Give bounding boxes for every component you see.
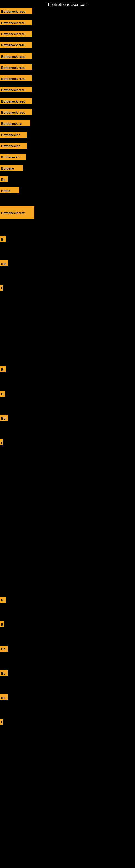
bottleneck-item: Bottleneck resu (0, 64, 32, 70)
bottleneck-item: B (0, 366, 6, 372)
bottleneck-item: Bottleneck resu (0, 75, 32, 82)
bottleneck-item: l (0, 439, 3, 445)
bottleneck-item: l (0, 719, 3, 725)
bottleneck-item: B (0, 391, 5, 397)
bottleneck-item: B (0, 236, 6, 242)
bottleneck-item: Bottleneck resu (0, 87, 32, 93)
bottleneck-item: Bottleneck r (0, 154, 26, 160)
bottleneck-item: Bo (0, 646, 8, 652)
bottleneck-item: B (0, 597, 6, 603)
bottleneck-item: Bottleneck rest (0, 207, 34, 219)
bottleneck-item: Bottleneck resu (0, 20, 32, 26)
bottleneck-item: B (0, 621, 4, 627)
bottleneck-item: Bottleneck resu (0, 109, 32, 115)
bottleneck-item: Bot (0, 260, 8, 267)
bottleneck-item: Bo (0, 176, 8, 182)
bottleneck-item: Bo (0, 670, 8, 676)
bottleneck-item: Bottleneck resu (0, 42, 32, 48)
bottleneck-item: Bottleneck resu (0, 53, 32, 59)
site-title: TheBottlenecker.com (0, 0, 135, 9)
bottleneck-item: Bottleneck resu (0, 98, 32, 104)
bottleneck-item: Bo (0, 694, 8, 701)
bottleneck-item: l (0, 285, 3, 291)
bottleneck-item: Bottlene (0, 165, 23, 171)
bottleneck-item: Bottleneck r (0, 143, 27, 149)
bottleneck-item: Bottleneck resu (0, 8, 32, 14)
bottleneck-item: Bottleneck re (0, 120, 30, 126)
bottleneck-item: Bottleneck r (0, 131, 27, 137)
bottleneck-item: Bottleneck resu (0, 31, 32, 37)
bottleneck-item: Bot (0, 415, 8, 421)
bottleneck-item: Bottle (0, 187, 19, 193)
